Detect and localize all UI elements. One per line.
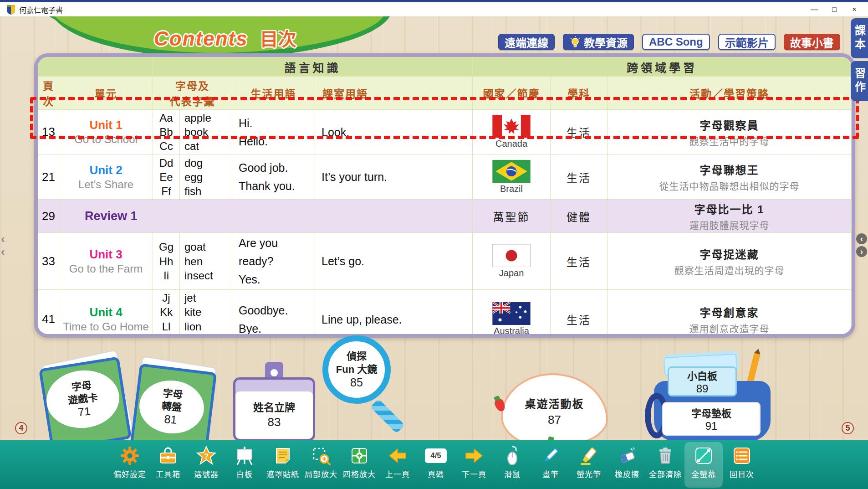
cell-country: Australia xyxy=(473,290,551,338)
demo-video-button[interactable]: 示範影片 xyxy=(718,34,776,50)
name-stand-label: 姓名立牌 xyxy=(253,399,295,414)
activity-note: 觀察生活中的字母 xyxy=(609,134,849,148)
mask-sticker-button[interactable]: 遮罩貼紙 xyxy=(264,442,302,488)
fullscreen-button[interactable]: 全螢幕 xyxy=(684,442,723,488)
partial-zoom-button[interactable]: 局部放大 xyxy=(302,442,340,488)
cell-unit: Unit 2 Let’s Share xyxy=(59,154,153,200)
teaching-resources-button[interactable]: 教學資源 xyxy=(563,34,634,50)
page-number-value: 4/5 xyxy=(430,451,441,460)
cell-subject: 健體 xyxy=(551,200,608,233)
zoom-region-icon xyxy=(310,445,332,467)
cell-country: Canada xyxy=(473,110,551,155)
contents-table: 語言知識 跨領域學習 頁次 單元 字母及 代表字彙 生活用語 課室用語 國家／節… xyxy=(34,53,855,338)
cell-unit: Unit 3 Go to the Farm xyxy=(59,233,153,290)
prev-page-edge-button[interactable]: ‹ xyxy=(856,233,867,244)
cell-subject: 生活 xyxy=(551,110,608,155)
minimize-button[interactable]: — xyxy=(804,3,824,16)
preferences-button[interactable]: 偏好設定 xyxy=(111,442,149,488)
tab-textbook-label: 課本 xyxy=(852,25,868,52)
cell-unit: Unit 4 Time to Go Home xyxy=(59,290,153,338)
page-number-indicator[interactable]: 4/5 頁碼 xyxy=(417,442,455,488)
highlighter-icon xyxy=(578,445,600,467)
activity-note: 觀察生活周遭出現的字母 xyxy=(609,263,849,277)
strawberry-icon xyxy=(493,397,507,413)
table-row-unit3[interactable]: 33 Unit 3 Go to the Farm Gg Hh Ii goat h… xyxy=(38,233,852,290)
back-to-contents-button[interactable]: 回目次 xyxy=(723,442,761,488)
eraser-button[interactable]: 橡皮擦 xyxy=(608,442,646,488)
remote-connect-button[interactable]: 遠端連線 xyxy=(498,34,555,50)
table-row-unit2[interactable]: 21 Unit 2 Let’s Share Dd Ee Ff dog egg f… xyxy=(38,154,852,200)
group-header-language: 語言知識 xyxy=(153,57,473,77)
pen-icon xyxy=(540,445,562,467)
unit-subtitle: Time to Go Home xyxy=(61,320,151,333)
page-corner-left: 4 xyxy=(15,422,27,434)
table-row-unit4[interactable]: 41 Unit 4 Time to Go Home Jj Kk Ll Mm je… xyxy=(38,290,852,338)
cell-page: 41 xyxy=(38,290,59,338)
cell-country: Brazil xyxy=(473,154,551,200)
close-button[interactable]: × xyxy=(844,3,864,16)
name-stand-item[interactable]: 姓名立牌 83 xyxy=(233,377,315,441)
prev-page-edge-button[interactable]: ‹ xyxy=(1,233,5,244)
tool-label: 偏好設定 xyxy=(113,468,146,479)
tool-label: 回目次 xyxy=(730,468,754,479)
cell-activity: 字母捉迷藏 觀察生活周遭出現的字母 xyxy=(608,233,852,290)
board-game-item[interactable]: 桌遊活動板 87 xyxy=(501,373,608,448)
toolbox-button[interactable]: 工具箱 xyxy=(149,442,187,488)
number-picker-button[interactable]: ? 選號器 xyxy=(187,442,225,488)
tool-label: 下一頁 xyxy=(462,468,486,479)
story-book-button[interactable]: 故事小書 xyxy=(784,34,840,50)
country-name: Canada xyxy=(495,139,527,149)
board-game-page: 87 xyxy=(548,413,561,427)
quad-zoom-button[interactable]: 四格放大 xyxy=(340,442,378,488)
table-row-unit1[interactable]: 13 Unit 1 Go to School Aa Bb Cc apple bo… xyxy=(38,110,852,155)
pen-button[interactable]: 畫筆 xyxy=(531,442,570,488)
arrow-left-icon xyxy=(387,445,408,467)
tool-label: 遮罩貼紙 xyxy=(266,468,299,479)
mouse-button[interactable]: 滑鼠 xyxy=(493,442,531,488)
detective-magnifier-item[interactable]: 偵探 Fun 大鏡 85 xyxy=(319,335,410,445)
unit-title: Unit 4 xyxy=(61,305,151,319)
cell-activity: 字母聯想王 從生活中物品聯想出相似的字母 xyxy=(608,154,852,200)
next-page-edge-button[interactable]: › xyxy=(856,246,867,257)
cell-letters: Dd Ee Ff xyxy=(153,154,180,200)
lightbulb-icon xyxy=(569,36,581,48)
highlighter-button[interactable]: 螢光筆 xyxy=(570,442,608,488)
cell-subject: 生活 xyxy=(551,233,608,290)
tool-label: 滑鼠 xyxy=(504,468,521,479)
cell-life-language: Hi. Hello. xyxy=(232,110,315,155)
alphabet-game-cards-item[interactable]: 字母 遊戲卡 71 字母 轉盤 81 xyxy=(40,356,222,453)
country-name: Japan xyxy=(499,268,524,278)
cell-words: dog egg fish xyxy=(180,154,232,200)
tab-workbook[interactable]: 習作 xyxy=(851,61,868,101)
table-row-review1[interactable]: 29 Review 1 萬聖節 健體 字母比一比 1 運用肢體展現字母 xyxy=(38,200,852,233)
remote-connect-label: 遠端連線 xyxy=(505,34,548,50)
japan-flag-icon xyxy=(492,244,531,267)
maximize-button[interactable]: □ xyxy=(824,3,844,16)
cell-letters: Jj Kk Ll Mm xyxy=(153,290,180,338)
tab-textbook[interactable]: 課本 xyxy=(851,18,868,58)
next-page-button[interactable]: 下一頁 xyxy=(455,442,493,488)
edge-nav-right: ‹ › xyxy=(856,233,867,257)
activity-note: 運用肢體展現字母 xyxy=(609,218,849,232)
activity-title: 字母聯想王 xyxy=(609,161,849,177)
easel-icon xyxy=(234,445,255,467)
card-basket-item[interactable]: 小白板 89 字母墊板 91 xyxy=(652,355,774,453)
activity-note: 從生活中物品聯想出相似的字母 xyxy=(609,179,849,192)
col-header-country: 國家／節慶 xyxy=(473,77,551,110)
prev-page-button[interactable]: 上一頁 xyxy=(378,442,417,488)
letter-mat-card: 字母墊板 91 xyxy=(662,402,761,436)
clear-all-button[interactable]: 全部清除 xyxy=(646,442,684,488)
magnifier-page: 85 xyxy=(350,376,363,389)
star-question-icon: ? xyxy=(195,445,217,467)
cell-letters: Gg Hh Ii xyxy=(153,233,180,290)
whiteboard-button[interactable]: 白板 xyxy=(225,442,264,488)
top-button-row: 遠端連線 教學資源 ABC Song 示範影片 故事小書 xyxy=(498,34,840,50)
prev-page-edge-button[interactable]: ‹ xyxy=(1,246,5,257)
cell-life-language: Are you ready? Yes. xyxy=(232,233,315,290)
cell-classroom-language: It’s your turn. xyxy=(315,154,473,200)
abc-song-button[interactable]: ABC Song xyxy=(642,34,710,50)
review-title: Review 1 xyxy=(85,209,138,223)
tool-label: 全部清除 xyxy=(649,468,682,479)
name-stand-card: 姓名立牌 83 xyxy=(233,377,315,441)
cell-life-language: Goodbye. Bye. xyxy=(232,290,315,338)
